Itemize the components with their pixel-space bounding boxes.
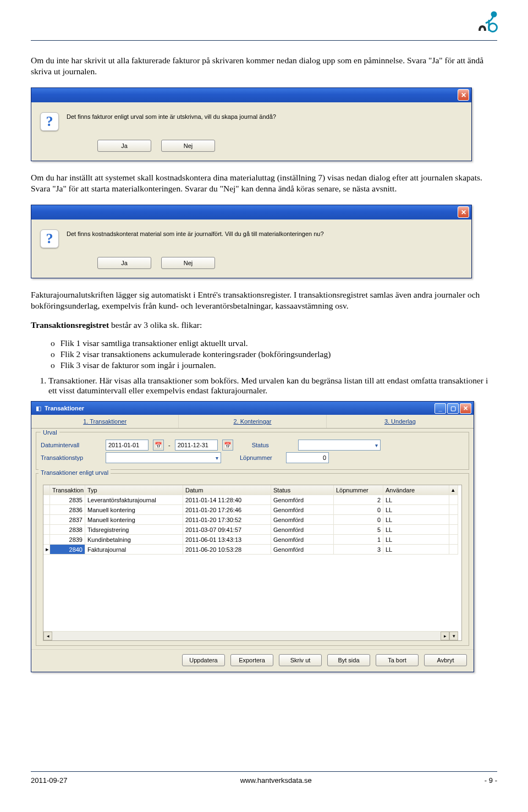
vscroll-cell [449,495,458,505]
status-select[interactable]: ▾ [298,440,381,451]
cell-user[interactable]: LL [383,545,449,555]
horizontal-scrollbar[interactable]: ◂ ▸ ▾ [43,632,458,640]
table-fieldset: Transaktioner enligt urval Transaktion T… [36,473,469,646]
cell-id[interactable]: 2838 [50,525,85,535]
flik-bullets: Flik 1 visar samtliga transaktioner enli… [51,338,497,370]
cell-id[interactable]: 2837 [50,515,85,525]
cell-datum[interactable]: 2011-01-20 17:26:46 [183,505,271,515]
dialog-message: Det finns fakturor enligt urval som inte… [67,112,463,120]
row-gutter [43,515,50,525]
cell-id[interactable]: 2836 [50,505,85,515]
typ-select[interactable]: ▾ [106,452,221,463]
cell-id[interactable]: 2839 [50,535,85,545]
label-lopnr: Löpnummer [240,454,282,461]
cell-typ[interactable]: Manuell kontering [85,505,183,515]
cell-user[interactable]: LL [383,505,449,515]
vscroll-cell [449,535,458,545]
num-item-1: Transaktioner. Här visas alla transaktio… [48,376,497,396]
col-transaktion[interactable]: Transaktion [50,485,85,495]
tab-underlag[interactable]: 3. Underlag [327,415,474,428]
scroll-track[interactable] [52,632,441,640]
calendar-icon[interactable]: 📅 [222,440,233,451]
footer-url: www.hantverksdata.se [240,776,312,784]
cell-lop[interactable]: 3 [334,545,383,555]
cell-datum[interactable]: 2011-03-07 09:41:57 [183,525,271,535]
dialog-titlebar: ✕ [31,205,471,220]
cell-lop[interactable]: 2 [334,495,383,505]
cell-typ[interactable]: Manuell kontering [85,515,183,525]
yes-button[interactable]: Ja [97,257,151,269]
cell-status[interactable]: Genomförd [271,525,334,535]
scroll-down-icon[interactable]: ▾ [449,632,458,640]
yes-button[interactable]: Ja [97,140,151,152]
cell-status[interactable]: Genomförd [271,515,334,525]
cell-datum[interactable]: 2011-01-20 17:30:52 [183,515,271,525]
cell-lop[interactable]: 1 [334,535,383,545]
no-button[interactable]: Nej [161,140,215,152]
tab-konteringar[interactable]: 2. Konteringar [179,415,326,428]
vscroll-cell [449,525,458,535]
close-icon[interactable]: ✕ [458,89,469,101]
vscroll-cell [449,545,458,555]
table-whitespace [43,555,458,632]
skrivut-button[interactable]: Skriv ut [279,654,322,666]
cell-user[interactable]: LL [383,515,449,525]
cell-user[interactable]: LL [383,525,449,535]
tabort-button[interactable]: Ta bort [376,654,419,666]
cell-typ[interactable]: Fakturajournal [85,545,183,555]
avbryt-button[interactable]: Avbryt [424,654,467,666]
col-lopnr[interactable]: Löpnummer [334,485,383,495]
dialog-titlebar: ✕ [31,88,471,102]
cell-lop[interactable]: 5 [334,525,383,535]
exportera-button[interactable]: Exportera [230,654,273,666]
maximize-icon[interactable]: ▢ [447,403,459,414]
col-status[interactable]: Status [271,485,334,495]
urval-fieldset: Urval Datumintervall 2011-01-01 📅 - 2011… [36,432,469,470]
date-from-input[interactable]: 2011-01-01 [106,440,148,451]
cell-datum[interactable]: 2011-06-01 13:43:13 [183,535,271,545]
tab-transaktioner[interactable]: 1. Transaktioner [31,415,179,428]
calendar-icon[interactable]: 📅 [153,440,164,451]
cell-datum[interactable]: 2011-01-14 11:28:40 [183,495,271,505]
row-selector[interactable]: ▸ [43,545,50,555]
no-button[interactable]: Nej [161,257,215,269]
row-gutter [43,505,50,515]
cell-typ[interactable]: Leverantörsfakturajournal [85,495,183,505]
vscroll-cell [449,505,458,515]
cell-typ[interactable]: Kundinbetalning [85,535,183,545]
cell-lop[interactable]: 0 [334,515,383,525]
col-datum[interactable]: Datum [183,485,271,495]
logo-icon [475,10,502,34]
close-icon[interactable]: ✕ [458,206,469,218]
col-typ[interactable]: Typ [85,485,183,495]
cell-status[interactable]: Genomförd [271,545,334,555]
row-gutter [43,525,50,535]
bytsida-button[interactable]: Byt sida [327,654,370,666]
close-icon[interactable]: ✕ [460,403,471,414]
paragraph-2: Om du har inställt att systemet skall ko… [31,172,497,195]
trans-intro: Transaktionsregistret består av 3 olika … [31,320,497,331]
bullet-3: Flik 3 visar de fakturor som ingår i jou… [51,360,497,370]
question-icon: ? [40,229,59,248]
cell-user[interactable]: LL [383,495,449,505]
cell-id[interactable]: 2835 [50,495,85,505]
cell-user[interactable]: LL [383,535,449,545]
cell-status[interactable]: Genomförd [271,505,334,515]
cell-status[interactable]: Genomförd [271,535,334,545]
cell-lop[interactable]: 0 [334,505,383,515]
dash: - [168,442,170,448]
window-title: Transaktioner [45,405,431,412]
dialog-material-konto: ✕ ? Det finns kostnadskonterat material … [31,205,472,278]
uppdatera-button[interactable]: Uppdatera [182,654,225,666]
label-datum: Datumintervall [41,442,101,448]
minimize-icon[interactable]: _ [435,403,446,414]
scroll-right-icon[interactable]: ▸ [441,632,449,640]
col-user[interactable]: Användare [383,485,449,495]
date-to-input[interactable]: 2011-12-31 [175,440,218,451]
scroll-left-icon[interactable]: ◂ [43,632,52,640]
cell-typ[interactable]: Tidsregistrering [85,525,183,535]
cell-id[interactable]: 2840 [50,545,85,555]
lopnr-input[interactable]: 0 [286,452,329,463]
cell-datum[interactable]: 2011-06-20 10:53:28 [183,545,271,555]
cell-status[interactable]: Genomförd [271,495,334,505]
